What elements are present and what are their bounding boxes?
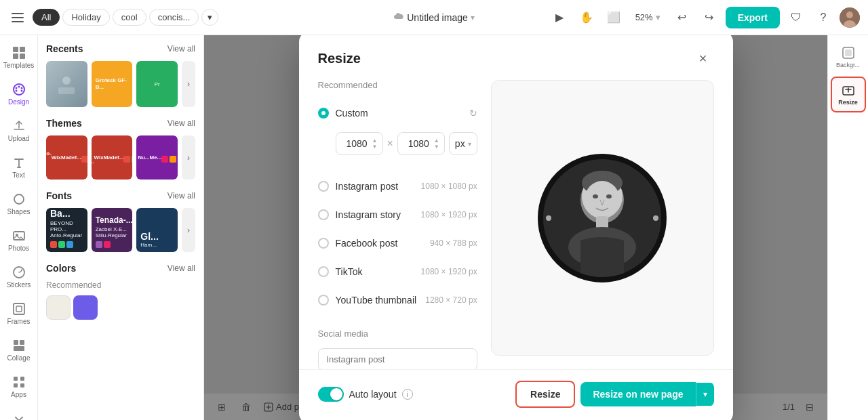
width-field[interactable] [342,138,372,149]
layout-icon[interactable]: ⬜ [603,7,625,28]
sidebar-item-stickers[interactable]: Stickers [3,260,35,294]
resize-modal: Resize × Recommended Custom ↻ [299,35,733,420]
sidebar-item-frames[interactable]: Frames [3,297,35,331]
avatar[interactable] [840,7,860,28]
sidebar-item-templates[interactable]: Templates [3,41,35,75]
option-instagram-post[interactable]: Instagram post 1080 × 1080 px [318,174,477,198]
recent-item-3[interactable]: Pr [136,61,178,107]
height-input[interactable]: ▲▼ [397,132,445,155]
unit-select[interactable]: px ▾ [449,132,477,155]
colors-section: Colors View all Recommended [46,263,195,320]
right-sidebar-background[interactable]: Backgr... [831,41,866,74]
help-icon[interactable]: ? [812,7,834,28]
redo-icon[interactable]: ↪ [698,7,720,28]
tag-more[interactable]: ▾ [201,9,218,26]
color-swatch-1[interactable] [46,295,71,320]
custom-option[interactable]: Custom ↻ [318,101,477,125]
social-input[interactable] [318,348,477,369]
sidebar-item-apps[interactable]: Apps [3,370,35,404]
font-item-3[interactable]: Gl... Ham... [136,208,178,252]
custom-radio[interactable] [318,108,329,119]
recent-item-1[interactable] [46,61,87,107]
svg-rect-45 [845,49,852,56]
play-icon[interactable]: ▶ [549,7,570,28]
shield-icon[interactable]: 🛡 [785,7,807,28]
undo-icon[interactable]: ↩ [671,7,693,28]
custom-label: Custom [336,108,462,119]
color-swatch-2[interactable] [73,295,98,320]
sidebar-item-photos[interactable]: Photos [3,224,35,257]
sidebar-item-shapes[interactable]: Shapes [3,187,35,221]
tiktok-radio[interactable] [318,266,329,277]
colors-view-all[interactable]: View all [167,264,195,273]
facebook-post-radio[interactable] [318,238,329,249]
chevron-down-icon[interactable]: ▾ [471,13,475,22]
portrait-circle [538,154,667,282]
height-field[interactable] [403,138,434,149]
width-input[interactable]: ▲▼ [336,132,383,155]
modal-close-button[interactable]: × [692,47,714,69]
resize-new-arrow-button[interactable]: ▾ [696,383,714,406]
width-spinner[interactable]: ▲▼ [372,138,378,150]
modal-preview [491,80,714,356]
sidebar-item-text[interactable]: Text [3,150,35,184]
sidebar-item-upload[interactable]: Upload [3,114,35,148]
scroll-right-icon[interactable]: › [182,61,195,107]
fonts-scroll-right[interactable]: › [182,208,195,252]
cloud-icon [393,12,404,23]
chevron-down-icon [12,412,26,420]
auto-layout-label: Auto layout [349,389,397,400]
recent-arrow[interactable]: › [182,61,195,107]
refresh-icon[interactable]: ↻ [469,108,477,119]
fonts-header: Fonts View all [46,190,195,201]
tag-all[interactable]: All [33,9,60,26]
theme-item-3[interactable]: Nu...Me... [136,135,178,180]
font-item-2[interactable]: Tenada-... Zacbel X-E... Stilu-Regular [92,208,133,252]
option-tiktok[interactable]: TikTok 1080 × 1920 px [318,259,477,284]
svg-rect-9 [20,54,25,59]
theme-item-1[interactable]: Antonio-BoldWixMadef... [46,135,87,180]
youtube-radio[interactable] [318,295,329,306]
resize-button[interactable]: Resize [515,381,575,408]
sidebar-label-apps: Apps [11,391,26,398]
sticker-icon [12,266,26,279]
apps-icon [12,375,26,389]
resize-new-main-button[interactable]: Resize on new page [580,382,695,406]
recent-thumb-1 [53,70,80,98]
sidebar-item-collage[interactable]: Collage [3,333,35,367]
menu-icon[interactable] [8,8,27,27]
recents-view-all[interactable]: View all [167,44,195,54]
zoom-control[interactable]: 52% ▾ [630,9,666,25]
left-dot [546,215,551,221]
right-sidebar-resize[interactable]: Resize [831,77,866,112]
fonts-view-all[interactable]: View all [167,191,195,201]
auto-layout: Auto layout i [318,387,413,402]
tag-cool[interactable]: cool [113,9,146,26]
option-facebook-post[interactable]: Facebook post 940 × 788 px [318,231,477,255]
theme-item-2[interactable]: ZY JOVI...WixMadef... [92,135,133,180]
instagram-post-radio[interactable] [318,181,329,192]
file-name[interactable]: Untitled image ▾ [393,12,475,23]
themes-scroll-right[interactable]: › [182,135,195,180]
hand-tool-icon[interactable]: ✋ [576,7,597,28]
modal-left: Recommended Custom ↻ ▲▼ [318,80,477,356]
recent-item-2[interactable]: Grotesk GF-B... [92,61,133,107]
themes-view-all[interactable]: View all [167,119,195,128]
export-button[interactable]: Export [726,7,780,28]
sidebar-item-more[interactable] [3,406,35,420]
svg-rect-25 [20,377,24,381]
sidebar-item-design[interactable]: Design [3,77,35,111]
font-item-1[interactable]: Guti-Ba... BEYOND PRO... Anto-Regular [46,208,87,252]
zoom-value: 52% [635,12,653,22]
auto-layout-toggle[interactable] [318,387,344,402]
tag-concis[interactable]: concis... [149,9,199,26]
info-icon[interactable]: i [402,389,413,400]
option-youtube[interactable]: YouTube thumbnail 1280 × 720 px [318,288,477,312]
left-sidebar: Templates Design Upload Text [0,35,38,420]
instagram-story-radio[interactable] [318,209,329,220]
option-instagram-story[interactable]: Instagram story 1080 × 1920 px [318,203,477,227]
sidebar-label-upload: Upload [8,135,30,142]
height-spinner[interactable]: ▲▼ [434,138,439,150]
recommended-label: Recommended [318,80,477,90]
tag-holiday[interactable]: Holiday [62,9,109,26]
